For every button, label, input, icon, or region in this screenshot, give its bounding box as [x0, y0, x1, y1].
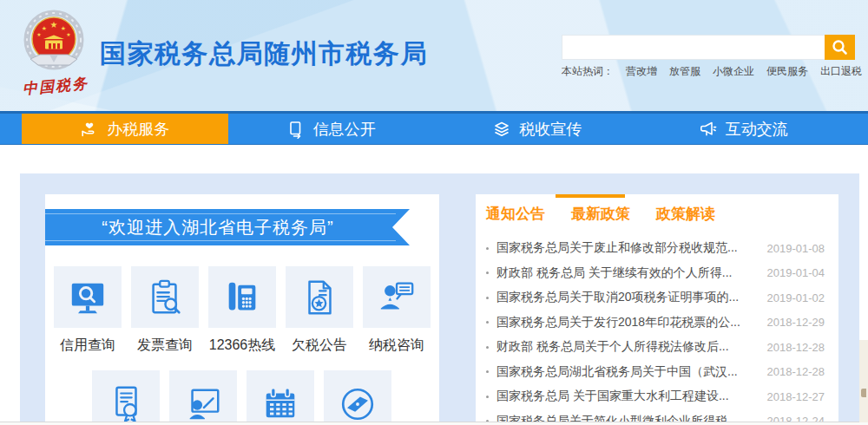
service-calendar[interactable]	[247, 370, 314, 425]
nav-tab-label: 信息公开	[313, 119, 376, 140]
hotline-phone-icon	[222, 278, 262, 317]
news-row: 国家税务总局 关于国家重大水利工程建设... 2018-12-27	[486, 384, 825, 409]
service-tax-arrears-notice[interactable]: 欠税公告	[286, 266, 353, 355]
svg-text:★: ★	[42, 25, 47, 31]
service-12366-hotline[interactable]: 12366热线	[208, 266, 276, 355]
news-row: 国家税务总局关于废止和修改部分税收规范... 2019-01-08	[486, 236, 825, 261]
page-title: 国家税务总局随州市税务局	[100, 36, 428, 72]
service-credit-inquiry[interactable]: 信用查询	[54, 266, 122, 355]
news-date: 2018-12-27	[767, 390, 825, 403]
svg-text:★: ★	[66, 32, 70, 37]
news-link[interactable]: 国家税务总局关于取消20项税务证明事项的...	[496, 290, 760, 305]
svg-text:★: ★	[50, 20, 58, 29]
megaphone-icon	[699, 120, 718, 139]
bullet-dot-icon	[486, 247, 489, 250]
svg-text:★: ★	[36, 32, 41, 37]
news-link[interactable]: 国家税务总局 关于国家重大水利工程建设...	[496, 389, 760, 404]
svg-text:★: ★	[61, 25, 66, 31]
news-row: 国家税务总局关于取消20项税务证明事项的... 2019-01-02	[486, 285, 825, 311]
news-tab-notices[interactable]: 通知公告	[486, 204, 545, 224]
bullet-dot-icon	[486, 271, 489, 274]
main-nav: 办税服务 信息公开 税收宣传	[0, 111, 868, 145]
hand-heart-icon	[80, 120, 99, 139]
china-tax-emblem-icon: ★ ★ ★ ★ ★	[17, 7, 90, 78]
service-guide[interactable]	[324, 370, 391, 425]
news-tab-policy-interpretation[interactable]: 政策解读	[656, 204, 715, 224]
china-tax-logo: ★ ★ ★ ★ ★ 中国税务	[17, 7, 94, 96]
news-date: 2019-01-08	[767, 242, 825, 255]
nav-tab-tax-services[interactable]: 办税服务	[22, 114, 228, 144]
news-link[interactable]: 财政部 税务总局 关于继续有效的个人所得...	[496, 265, 760, 281]
news-link[interactable]: 国家税务总局关于发行2018年印花税票的公...	[496, 315, 760, 330]
search-icon	[832, 39, 848, 56]
search-input[interactable]	[562, 35, 825, 60]
hot-word-link[interactable]: 便民服务	[766, 64, 808, 79]
news-date: 2018-12-29	[767, 316, 825, 329]
news-row: 财政部 税务总局关于个人所得税法修改后... 2018-12-28	[486, 335, 825, 360]
site-search	[562, 35, 855, 60]
document-arrow-icon	[286, 120, 306, 139]
news-date: 2019-01-04	[767, 266, 825, 279]
news-list: 国家税务总局关于废止和修改部分税收规范... 2019-01-08 财政部 税务…	[486, 236, 825, 425]
news-link[interactable]: 财政部 税务总局关于个人所得税法修改后...	[496, 339, 760, 355]
nav-tab-label: 税收宣传	[519, 119, 582, 140]
invoice-search-icon	[145, 278, 185, 317]
service-label: 纳税咨询	[363, 337, 431, 355]
bullet-dot-icon	[486, 396, 489, 398]
bullet-dot-icon	[486, 346, 489, 349]
hot-word-link[interactable]: 小微企业	[713, 64, 754, 79]
compass-icon	[338, 384, 378, 424]
nav-tab-label: 互动交流	[726, 119, 788, 140]
hot-word-link[interactable]: 营改增	[626, 64, 657, 79]
bullet-dot-icon	[486, 297, 489, 299]
news-row: 财政部 税务总局 关于继续有效的个人所得... 2019-01-04	[486, 261, 825, 286]
news-row: 国家税务总局湖北省税务局关于中国（武汉... 2018-12-28	[486, 360, 825, 385]
hot-word-link[interactable]: 出口退税	[820, 64, 862, 79]
tax-bureau-homepage: ★ ★ ★ ★ ★ 中国税务 国家税务总局随州市税务局	[0, 0, 868, 425]
quick-services-row-2	[92, 370, 391, 425]
nav-tab-info-disclosure[interactable]: 信息公开	[228, 114, 435, 144]
news-tabs: 通知公告 最新政策 政策解读	[486, 204, 715, 224]
layers-icon	[492, 120, 511, 139]
service-label: 12366热线	[208, 337, 276, 355]
site-header: ★ ★ ★ ★ ★ 中国税务 国家税务总局随州市税务局	[0, 0, 868, 111]
nav-tab-tax-publicity[interactable]: 税收宣传	[434, 114, 641, 144]
calendar-icon	[260, 384, 300, 424]
service-certificate[interactable]	[92, 370, 160, 425]
consult-person-icon	[377, 278, 417, 317]
bullet-dot-icon	[486, 370, 489, 373]
service-tax-consultation[interactable]: 纳税咨询	[363, 266, 431, 355]
training-board-icon	[183, 384, 223, 424]
service-invoice-inquiry[interactable]: 发票查询	[131, 266, 199, 355]
monitor-search-icon	[68, 278, 108, 317]
bullet-dot-icon	[486, 321, 489, 324]
search-button[interactable]	[825, 35, 855, 60]
news-date: 2018-12-28	[767, 365, 825, 378]
widget-handle-icon	[861, 389, 866, 397]
news-link[interactable]: 国家税务总局湖北省税务局关于中国（武汉...	[496, 364, 760, 380]
notice-star-icon	[299, 278, 339, 317]
service-label: 发票查询	[131, 337, 199, 355]
nav-tab-interaction[interactable]: 互动交流	[641, 114, 847, 144]
hot-words-bar: 本站热词： 营改增 放管服 小微企业 便民服务 出口退税	[562, 64, 862, 79]
service-label: 信用查询	[54, 337, 122, 355]
service-training[interactable]	[169, 370, 237, 425]
offscreen-floating-widget	[859, 340, 868, 422]
certificate-icon	[106, 384, 146, 424]
news-row: 国家税务总局关于发行2018年印花税票的公... 2018-12-29	[486, 311, 825, 336]
active-tab-indicator	[556, 194, 625, 198]
news-date: 2018-12-28	[767, 341, 825, 354]
service-label: 欠税公告	[286, 337, 353, 355]
news-date: 2019-01-02	[767, 291, 825, 304]
hot-word-link[interactable]: 放管服	[669, 64, 700, 79]
hot-words-label: 本站热词：	[562, 64, 614, 79]
nav-tab-label: 办税服务	[107, 119, 169, 140]
quick-services-row-1: 信用查询 发票查询	[54, 266, 431, 355]
etax-welcome-banner[interactable]: “欢迎进入湖北省电子税务局”	[45, 209, 410, 245]
news-link[interactable]: 国家税务总局关于废止和修改部分税收规范...	[496, 240, 760, 256]
news-tab-latest-policies[interactable]: 最新政策	[571, 204, 630, 224]
